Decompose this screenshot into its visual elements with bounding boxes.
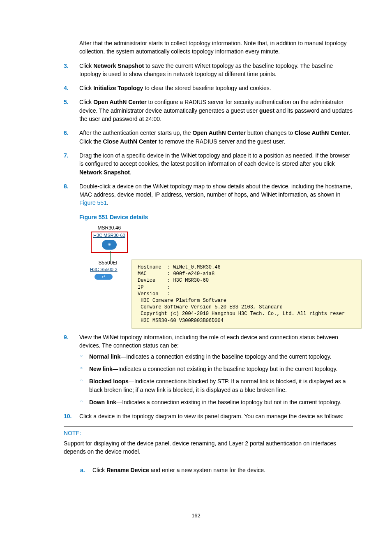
icon-glyph: ✳	[108, 242, 111, 248]
term: New link	[89, 366, 113, 372]
device-name: MSR30.46	[91, 225, 128, 232]
step-7: 7. Drag the icon of a specific device in…	[64, 151, 353, 176]
ui-label: Close AuthN Center	[103, 138, 157, 145]
sub-step-label: a.	[80, 466, 85, 474]
text: .	[130, 169, 131, 176]
intro-paragraph: After that the administrator starts to c…	[79, 39, 353, 56]
ui-label: Initialize Topology	[93, 85, 143, 91]
definition: —Indicates a connection existing in the …	[116, 399, 341, 406]
text: Click a device in the topology diagram t…	[79, 413, 344, 419]
figure-551: MSR30.46 H3C MSR30-60 ✳ S5500EI H3C S550…	[88, 225, 351, 327]
text: Double-click a device on the WiNet topol…	[79, 183, 352, 198]
device-name: S5500EI	[90, 260, 118, 266]
ui-label: guest	[259, 107, 274, 114]
step-9: 9. View the WiNet topology information, …	[64, 333, 353, 406]
term: Normal link	[89, 353, 120, 360]
figure-caption: Figure 551 Device details	[79, 213, 353, 221]
text: .	[107, 199, 108, 206]
note-body: Support for displaying of the device pan…	[64, 439, 353, 456]
switch-icon: ⇄	[95, 274, 113, 280]
selection-outline: H3C MSR30-60 ✳	[91, 232, 128, 253]
device-details-tooltip: Hostname : WiNet_0.MSR30.46 MAC : 000f-e…	[131, 260, 362, 329]
device-model: H3C S5500-2	[90, 266, 118, 273]
ordered-steps: 3. Click Network Snapshot to save the cu…	[64, 62, 353, 207]
step-number: 4.	[64, 84, 69, 92]
text: button changes to	[246, 130, 295, 136]
note-label: NOTE:	[64, 429, 353, 437]
text: to clear the stored baseline topology an…	[143, 85, 271, 91]
rule	[64, 426, 353, 426]
ordered-steps-cont: 9. View the WiNet topology information, …	[64, 333, 353, 420]
device-node-switch[interactable]: S5500EI H3C S5500-2 ⇄	[90, 260, 118, 280]
step-3: 3. Click Network Snapshot to save the cu…	[64, 62, 353, 79]
ui-label: Rename Device	[106, 467, 149, 473]
definition: —Indicates a connection not existing in …	[113, 366, 338, 372]
figure-link[interactable]: Figure 551	[79, 199, 107, 206]
rule	[64, 460, 353, 460]
step-4: 4. Click Initialize Topology to clear th…	[64, 84, 353, 92]
sub-steps: a. Click Rename Device and enter a new s…	[80, 466, 353, 474]
step-8: 8. Double-click a device on the WiNet to…	[64, 182, 353, 207]
step-number: 6.	[64, 129, 69, 137]
ui-label: Open AuthN Center	[193, 130, 246, 136]
step-number: 8.	[64, 182, 69, 190]
text: View the WiNet topology information, inc…	[79, 334, 338, 349]
step-6: 6. After the authentication center start…	[64, 129, 353, 146]
term: Down link	[89, 399, 116, 406]
icon-glyph: ⇄	[102, 274, 106, 280]
step-number: 3.	[64, 62, 69, 70]
step-number: 7.	[64, 151, 69, 160]
device-model: H3C MSR30-60	[93, 232, 125, 239]
step-number: 9.	[64, 333, 69, 341]
text: Drag the icon of a specific device in th…	[79, 152, 350, 167]
status-list: Normal link—Indicates a connection exist…	[79, 352, 353, 406]
list-item: New link—Indicates a connection not exis…	[79, 365, 353, 373]
text: Click	[79, 63, 93, 69]
step-number: 5.	[64, 98, 69, 106]
page-number: 162	[0, 512, 392, 520]
list-item: Down link—Indicates a connection existin…	[79, 398, 353, 406]
document-page: After that the administrator starts to c…	[0, 0, 392, 533]
step-10: 10. Click a device in the topology diagr…	[64, 412, 353, 420]
sub-step-a: a. Click Rename Device and enter a new s…	[80, 466, 353, 474]
ui-label: Network Snapshot	[79, 169, 130, 176]
ui-label: Network Snapshot	[93, 63, 144, 69]
text: After the authentication center starts u…	[79, 130, 193, 136]
step-number: 10.	[64, 412, 71, 420]
router-icon: ✳	[102, 240, 117, 250]
list-item: Blocked loops—Indicate connections block…	[79, 377, 353, 394]
text: Click	[79, 85, 93, 91]
step-5: 5. Click Open AuthN Center to configure …	[64, 98, 353, 123]
list-item: Normal link—Indicates a connection exist…	[79, 352, 353, 361]
device-node-router[interactable]: MSR30.46 H3C MSR30-60 ✳	[91, 225, 128, 253]
text: Click	[92, 467, 106, 473]
text: Click	[79, 99, 93, 105]
definition: —Indicates a connection existing in the …	[120, 353, 331, 360]
text: and enter a new system name for the devi…	[149, 467, 265, 473]
term: Blocked loops	[89, 378, 129, 385]
ui-label: Open AuthN Center	[93, 99, 146, 105]
text: to remove the RADIUS server and the gues…	[157, 138, 285, 145]
ui-label: Close AuthN Center	[295, 130, 349, 136]
